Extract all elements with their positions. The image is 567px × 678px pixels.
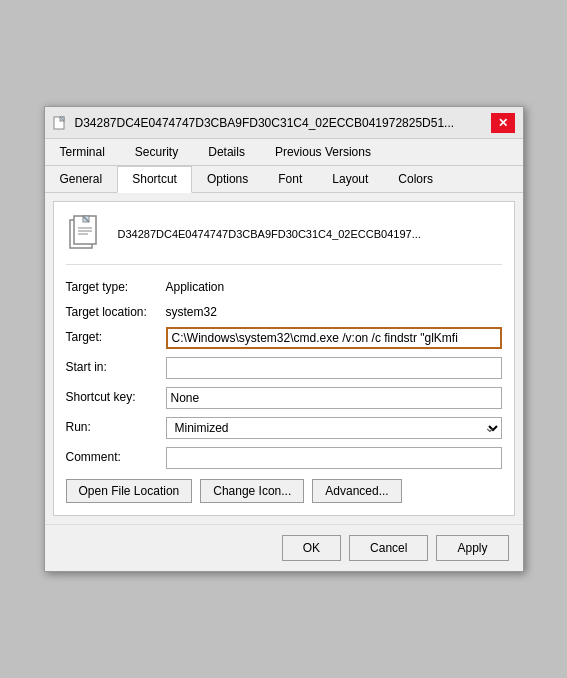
ok-button[interactable]: OK <box>282 535 341 561</box>
bottom-bar: OK Cancel Apply <box>45 524 523 571</box>
file-name: D34287DC4E0474747D3CBA9FD30C31C4_02ECCB0… <box>118 228 421 240</box>
comment-row: Comment: <box>66 447 502 469</box>
close-button[interactable]: ✕ <box>491 113 515 133</box>
target-type-value: Application <box>166 277 225 294</box>
file-header: D34287DC4E0474747D3CBA9FD30C31C4_02ECCB0… <box>66 214 502 265</box>
start-in-label: Start in: <box>66 357 166 374</box>
shortcut-key-label: Shortcut key: <box>66 387 166 404</box>
comment-label: Comment: <box>66 447 166 464</box>
target-location-value: system32 <box>166 302 217 319</box>
run-select[interactable]: Minimized <box>166 417 502 439</box>
target-type-row: Target type: Application <box>66 277 502 294</box>
tabs-row-1: Terminal Security Details Previous Versi… <box>45 139 523 166</box>
apply-button[interactable]: Apply <box>436 535 508 561</box>
file-icon <box>66 214 106 254</box>
title-bar: D34287DC4E0474747D3CBA9FD30C31C4_02ECCB0… <box>45 107 523 139</box>
properties-dialog: D34287DC4E0474747D3CBA9FD30C31C4_02ECCB0… <box>44 106 524 572</box>
tab-details[interactable]: Details <box>193 139 260 165</box>
target-label: Target: <box>66 327 166 344</box>
run-label: Run: <box>66 417 166 434</box>
shortcut-key-input[interactable] <box>166 387 502 409</box>
change-icon-button[interactable]: Change Icon... <box>200 479 304 503</box>
tab-previous-versions[interactable]: Previous Versions <box>260 139 386 165</box>
start-in-input[interactable] <box>166 357 502 379</box>
target-row: Target: <box>66 327 502 349</box>
tab-layout[interactable]: Layout <box>317 166 383 192</box>
title-bar-icon <box>53 115 69 131</box>
tab-terminal[interactable]: Terminal <box>45 139 120 165</box>
title-bar-text: D34287DC4E0474747D3CBA9FD30C31C4_02ECCB0… <box>75 116 491 130</box>
tab-security[interactable]: Security <box>120 139 193 165</box>
start-in-row: Start in: <box>66 357 502 379</box>
run-select-wrapper: Minimized <box>166 417 502 439</box>
tabs-row-2: General Shortcut Options Font Layout Col… <box>45 166 523 193</box>
tab-content: D34287DC4E0474747D3CBA9FD30C31C4_02ECCB0… <box>53 201 515 516</box>
tab-general[interactable]: General <box>45 166 118 192</box>
shortcut-key-row: Shortcut key: <box>66 387 502 409</box>
target-location-row: Target location: system32 <box>66 302 502 319</box>
tab-shortcut[interactable]: Shortcut <box>117 166 192 193</box>
advanced-button[interactable]: Advanced... <box>312 479 401 503</box>
comment-input[interactable] <box>166 447 502 469</box>
cancel-button[interactable]: Cancel <box>349 535 428 561</box>
target-location-label: Target location: <box>66 302 166 319</box>
target-input[interactable] <box>166 327 502 349</box>
open-file-location-button[interactable]: Open File Location <box>66 479 193 503</box>
run-row: Run: Minimized <box>66 417 502 439</box>
action-buttons: Open File Location Change Icon... Advanc… <box>66 479 502 503</box>
target-type-label: Target type: <box>66 277 166 294</box>
tab-colors[interactable]: Colors <box>383 166 448 192</box>
tab-options[interactable]: Options <box>192 166 263 192</box>
tab-font[interactable]: Font <box>263 166 317 192</box>
